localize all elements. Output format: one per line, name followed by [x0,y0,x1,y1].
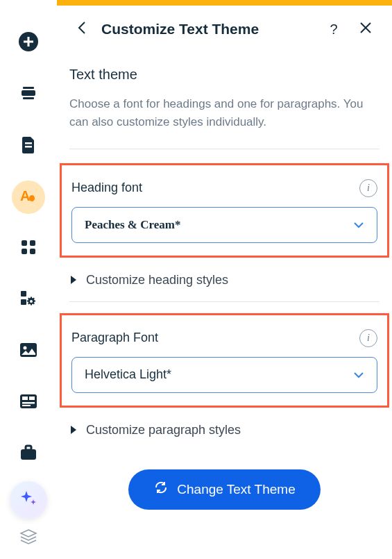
cta-container: Change Text Theme [69,469,380,510]
refresh-icon [153,480,169,499]
divider [69,301,380,302]
svg-rect-9 [22,240,27,246]
layers-icon [19,528,37,548]
sidebar-apps-button[interactable] [12,232,45,265]
chevron-left-icon [77,21,87,37]
sidebar: A [0,6,57,559]
sidebar-blocks-button[interactable] [12,386,45,419]
triangle-right-icon [71,276,76,284]
paragraph-font-info[interactable]: i [359,329,377,347]
plus-circle-icon [18,31,39,55]
svg-rect-12 [30,249,35,254]
heading-font-value: Peaches & Cream* [85,218,180,232]
panel-content: Text theme Choose a font for headings an… [69,53,380,510]
sidebar-pages-button[interactable] [12,129,45,162]
svg-rect-19 [22,397,28,400]
svg-rect-3 [22,90,35,96]
change-text-theme-button[interactable]: Change Text Theme [128,469,320,510]
svg-rect-10 [30,240,35,246]
sidebar-theme-button[interactable]: A [12,181,45,214]
panel-title: Customize Text Theme [101,21,313,37]
svg-rect-5 [23,97,34,99]
paragraph-font-group: Paragraph Font i Helvetica Light* [60,313,389,408]
info-icon: i [367,183,370,194]
help-button[interactable]: ? [323,18,345,40]
sidebar-ai-button[interactable] [10,481,47,519]
customize-heading-expander[interactable]: Customize heading styles [69,259,380,301]
svg-rect-14 [21,299,26,305]
svg-point-17 [24,347,27,350]
chevron-down-icon [353,367,364,382]
heading-font-label: Heading font [71,181,142,195]
sections-icon [19,84,37,105]
sidebar-sections-button[interactable] [12,78,45,111]
heading-font-info[interactable]: i [359,179,377,197]
chevron-down-icon [353,218,364,232]
svg-rect-2 [28,37,30,47]
theme-icon: A [18,185,39,209]
sidebar-settings-button[interactable] [12,283,45,317]
briefcase-icon [19,444,37,464]
triangle-right-icon [71,426,76,434]
svg-rect-11 [22,249,27,254]
customize-heading-label: Customize heading styles [86,273,228,287]
sidebar-layers-button[interactable] [15,524,42,552]
sparkle-icon [18,488,39,512]
paragraph-font-label: Paragraph Font [71,331,158,345]
panel: Customize Text Theme ? Text theme Choose… [57,6,392,559]
back-button[interactable] [72,19,92,39]
sidebar-add-button[interactable] [12,26,45,60]
sidebar-business-button[interactable] [12,437,45,471]
top-accent-bar [57,0,392,6]
panel-header: Customize Text Theme ? [69,6,380,53]
paragraph-font-dropdown[interactable]: Helvetica Light* [71,357,377,393]
paragraph-font-row: Paragraph Font i [71,329,377,347]
section-description: Choose a font for headings and one for p… [69,95,380,132]
layout-icon [19,394,37,412]
svg-rect-13 [21,291,26,297]
image-icon [19,342,37,360]
svg-rect-24 [26,446,31,450]
cta-label: Change Text Theme [177,482,295,497]
help-icon: ? [330,22,337,37]
svg-rect-21 [22,402,35,404]
apps-grid-icon [20,239,37,258]
heading-font-dropdown[interactable]: Peaches & Cream* [71,207,377,243]
heading-font-group: Heading font i Peaches & Cream* [60,163,389,258]
svg-rect-22 [22,405,31,406]
svg-rect-4 [23,87,34,89]
info-icon: i [367,333,370,344]
customize-paragraph-label: Customize paragraph styles [86,423,241,437]
svg-text:A: A [20,188,30,203]
puzzle-gear-icon [19,290,37,310]
svg-rect-20 [29,397,35,400]
svg-point-15 [30,300,33,303]
svg-rect-7 [25,146,32,148]
close-icon [359,22,372,37]
page-icon [20,135,37,156]
heading-font-row: Heading font i [71,179,377,197]
divider [69,149,380,149]
svg-rect-6 [25,142,32,144]
close-button[interactable] [355,18,377,40]
customize-paragraph-expander[interactable]: Customize paragraph styles [69,409,380,451]
paragraph-font-value: Helvetica Light* [85,367,171,382]
section-title: Text theme [69,67,380,83]
sidebar-media-button[interactable] [12,335,45,368]
